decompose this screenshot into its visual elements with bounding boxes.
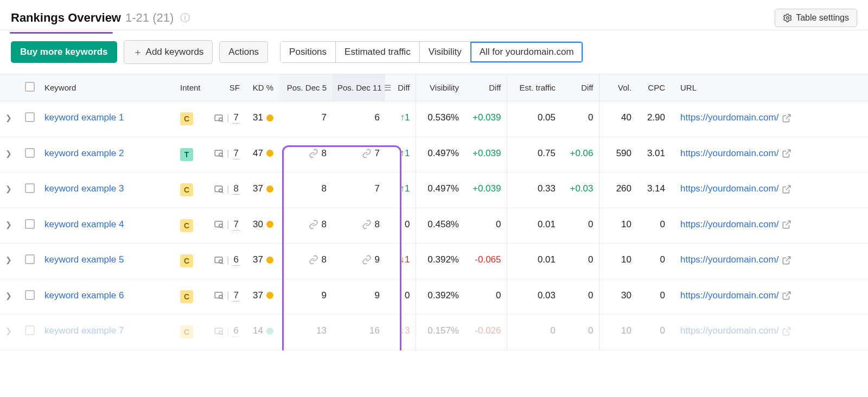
expand-row-icon[interactable]: ❯	[5, 220, 12, 229]
expand-row-icon[interactable]: ❯	[5, 149, 12, 158]
expand-row-icon[interactable]: ❯	[5, 255, 12, 264]
row-checkbox[interactable]	[25, 254, 35, 264]
keyword-link[interactable]: keyword example 6	[44, 290, 124, 300]
keyword-link[interactable]: keyword example 4	[44, 219, 124, 229]
col-diff-est[interactable]: Diff	[561, 74, 599, 101]
pos-diff: ↑1	[400, 112, 410, 123]
svg-line-16	[786, 221, 790, 225]
sf-cell[interactable]: |6	[214, 254, 240, 266]
pos1-cell: 8	[284, 254, 327, 265]
url-link[interactable]: https://yourdomain.com/	[680, 219, 778, 229]
col-visibility[interactable]: Visibility	[416, 74, 464, 101]
keyword-link[interactable]: keyword example 3	[44, 183, 124, 194]
col-pos1[interactable]: Pos. Dec 5	[279, 74, 332, 101]
tab-visibility[interactable]: Visibility	[419, 42, 470, 62]
tab-estimated-traffic[interactable]: Estimated traffic	[335, 42, 419, 62]
sf-cell[interactable]: |8	[214, 183, 240, 195]
keyword-link[interactable]: keyword example 2	[44, 148, 124, 158]
page-title: Rankings Overview	[11, 11, 121, 25]
pos2-cell: 7	[337, 148, 380, 159]
col-cpc[interactable]: CPC	[637, 74, 671, 101]
expand-row-icon[interactable]: ❯	[5, 184, 12, 193]
expand-row-icon[interactable]: ❯	[5, 326, 12, 335]
add-keywords-button[interactable]: ＋ Add keywords	[124, 40, 213, 64]
intent-badge: C	[180, 290, 193, 303]
row-checkbox[interactable]	[25, 325, 35, 335]
row-checkbox[interactable]	[25, 290, 35, 300]
rankings-table: Keyword Intent SF KD % Pos. Dec 5 Pos. D…	[0, 74, 868, 350]
info-icon[interactable]: ⓘ	[180, 11, 190, 24]
page-count: 1-21 (21)	[125, 11, 174, 25]
col-url[interactable]: URL	[671, 74, 868, 101]
sf-cell[interactable]: |6	[214, 325, 240, 337]
col-keyword[interactable]: Keyword	[39, 74, 175, 101]
pos1-cell: 9	[284, 290, 327, 301]
page-title-wrap: Rankings Overview 1-21 (21) ⓘ	[11, 11, 190, 25]
cpc-value: 0	[637, 244, 671, 279]
visibility-diff: -0.065	[475, 254, 501, 265]
url-link[interactable]: https://yourdomain.com/	[680, 290, 778, 300]
pos2-cell: 7	[337, 183, 380, 194]
external-link-icon[interactable]	[778, 183, 792, 194]
tab-all-for-yourdomain-com[interactable]: All for yourdomain.com	[470, 42, 583, 62]
visibility-value: 0.536%	[416, 101, 464, 137]
external-link-icon[interactable]	[778, 148, 792, 158]
sort-icon: ☰	[384, 83, 391, 92]
volume-value: 30	[599, 279, 637, 315]
external-link-icon[interactable]	[778, 254, 792, 265]
table-settings-button[interactable]: Table settings	[775, 9, 857, 27]
url-link[interactable]: https://yourdomain.com/	[680, 254, 778, 265]
sf-cell[interactable]: |7	[214, 290, 240, 302]
select-all-checkbox[interactable]	[25, 82, 35, 92]
row-checkbox[interactable]	[25, 183, 35, 193]
cpc-value: 0	[637, 315, 671, 350]
expand-row-icon[interactable]: ❯	[5, 291, 12, 300]
url-link[interactable]: https://yourdomain.com/	[680, 183, 778, 194]
gear-icon	[783, 13, 793, 23]
external-link-icon[interactable]	[778, 219, 792, 229]
col-pos2[interactable]: Pos. Dec 11☰	[332, 74, 385, 101]
row-checkbox[interactable]	[25, 112, 35, 122]
table-row: ❯keyword example 4C|7308800.458%00.01010…	[0, 208, 868, 244]
intent-badge: T	[180, 148, 193, 161]
svg-line-27	[222, 334, 223, 335]
pos-diff: ↓3	[400, 325, 410, 336]
col-kd[interactable]: KD %	[245, 74, 279, 101]
keyword-link[interactable]: keyword example 1	[44, 112, 124, 123]
title-underline	[10, 32, 113, 34]
sf-cell[interactable]: |7	[214, 148, 240, 159]
col-intent[interactable]: Intent	[175, 74, 207, 101]
pos1-cell: 8	[284, 183, 327, 194]
external-link-icon[interactable]	[778, 290, 792, 300]
expand-row-icon[interactable]: ❯	[5, 113, 12, 122]
external-link-icon[interactable]	[778, 325, 792, 336]
keyword-link[interactable]: keyword example 5	[44, 254, 124, 265]
external-link-icon[interactable]	[778, 112, 792, 123]
url-link[interactable]: https://yourdomain.com/	[680, 148, 778, 158]
buy-keywords-button[interactable]: Buy more keywords	[11, 41, 117, 63]
actions-button[interactable]: Actions	[219, 41, 268, 63]
est-traffic-diff: +0.06	[570, 148, 593, 158]
table-row: ❯keyword example 1C|73176↑10.536%+0.0390…	[0, 101, 868, 137]
keyword-link[interactable]: keyword example 7	[44, 325, 124, 336]
visibility-diff: +0.039	[473, 112, 501, 123]
volume-value: 10	[599, 315, 637, 350]
url-link[interactable]: https://yourdomain.com/	[680, 112, 778, 123]
row-checkbox[interactable]	[25, 219, 35, 229]
table-row: ❯keyword example 5C|63789↓10.392%-0.0650…	[0, 244, 868, 279]
sf-cell[interactable]: |7	[214, 219, 240, 230]
sf-cell[interactable]: |7	[214, 112, 240, 124]
row-checkbox[interactable]	[25, 148, 35, 158]
kd-cell: 14	[253, 325, 273, 336]
col-sf[interactable]: SF	[207, 74, 245, 101]
volume-value: 10	[599, 244, 637, 279]
col-est-traffic[interactable]: Est. traffic	[507, 74, 561, 101]
col-volume[interactable]: Vol.	[599, 74, 637, 101]
col-diff-vis[interactable]: Diff	[464, 74, 507, 101]
est-traffic-value: 0.33	[507, 172, 561, 208]
url-link[interactable]: https://yourdomain.com/	[680, 325, 778, 336]
visibility-value: 0.157%	[416, 315, 464, 350]
visibility-value: 0.458%	[416, 208, 464, 244]
tab-positions[interactable]: Positions	[280, 42, 335, 62]
visibility-diff: 0	[496, 219, 501, 229]
